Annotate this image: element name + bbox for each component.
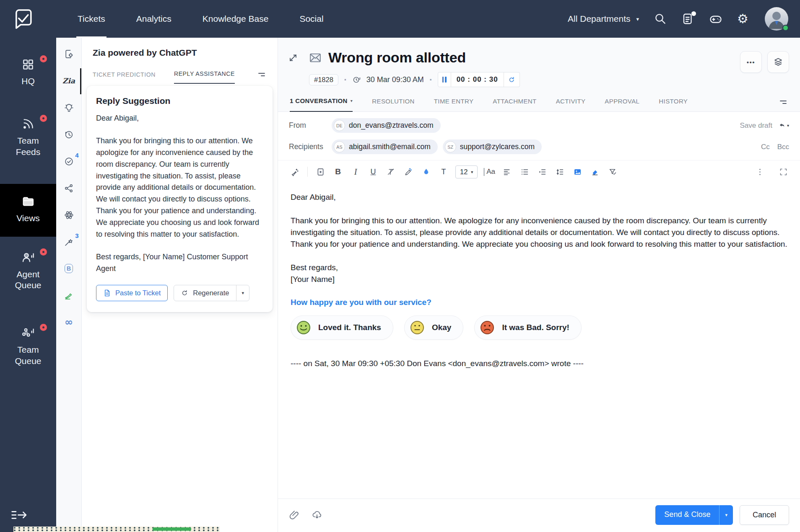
ticket-title: Wrong room allotted [328,49,466,66]
nav-tab-tickets[interactable]: Tickets [62,0,121,38]
eyedropper-icon[interactable] [401,164,416,179]
sidebar-item-agent-queue[interactable]: Agent Queue [0,245,56,297]
tabs-collapse-icon[interactable] [778,97,788,107]
bold-button[interactable]: B [330,164,345,179]
italic-button[interactable]: I [348,164,363,179]
tasks-check-icon[interactable]: 4 [64,156,74,167]
timer-pause-button[interactable] [438,72,451,87]
magic-wand-icon[interactable]: 3 [64,236,74,247]
nav-tab-knowledge-base[interactable]: Knowledge Base [187,0,284,38]
recipient-chip[interactable]: AS abigail.smith@email.com [332,139,438,154]
indent-icon[interactable] [535,164,550,179]
recipient-chip[interactable]: SZ support@zylcares.com [443,139,542,154]
align-icon[interactable] [499,164,514,179]
cancel-button[interactable]: Cancel [740,505,789,525]
settings-gear-icon[interactable]: ⚙ [737,13,750,25]
regenerate-button-group: Regenerate ▾ [174,285,249,301]
tab-conversation[interactable]: 1 CONVERSATION ▾ [290,97,353,112]
left-sidebar: HQ Team Feeds Views [0,38,56,532]
font-family-button[interactable]: Aa [482,164,497,179]
eraser-icon[interactable] [587,164,603,179]
avatar-initials: AS [334,141,345,152]
from-address-chip[interactable]: DE don_evans@ztravels.com [332,118,441,133]
chevron-down-icon: ▾ [636,16,639,22]
survey-option-okay[interactable]: Okay [404,315,463,340]
send-close-button-group: Send & Close ▾ [655,505,733,525]
attachment-paperclip-icon[interactable] [289,510,300,521]
timer-reset-button[interactable] [504,72,520,87]
sad-face-icon [479,319,496,336]
line-spacing-icon[interactable] [552,164,567,179]
sidebar-expand-icon[interactable] [11,509,28,521]
notifications-icon[interactable] [682,13,694,25]
automation-atom-icon[interactable] [64,209,74,220]
share-graph-icon[interactable] [64,183,74,194]
tab-ticket-prediction[interactable]: TICKET PREDICTION [93,71,156,84]
font-size-select[interactable]: 12 ▾ [455,165,478,178]
ticket-timer: 00 : 00 : 30 [438,72,520,87]
sign-pen-icon[interactable] [64,290,74,301]
survey-question-link[interactable]: How happy are you with our service? [291,298,787,307]
bigin-app-icon[interactable]: B [65,263,73,274]
history-icon[interactable] [64,129,74,140]
tab-attachment[interactable]: ATTACHMENT [493,98,536,111]
suggestions-bulb-icon[interactable] [64,102,74,113]
nav-tab-social[interactable]: Social [284,0,339,38]
more-options-button[interactable]: ••• [740,51,762,73]
tab-reply-assistance[interactable]: REPLY ASSISTANCE [174,70,235,84]
cloud-attach-icon[interactable] [312,510,322,521]
user-avatar[interactable] [765,7,788,31]
send-options-caret[interactable]: ▾ [719,505,733,525]
layers-button[interactable] [767,51,789,73]
tab-time-entry[interactable]: TIME ENTRY [434,98,474,111]
expand-editor-icon[interactable] [776,164,791,179]
sidebar-item-team-feeds[interactable]: Team Feeds [0,111,56,164]
insert-image-icon[interactable] [570,164,585,179]
reply-mode-icon[interactable]: ▾ [779,121,789,131]
zia-assistant-icon[interactable]: Zia [62,75,75,86]
ticket-properties-icon[interactable] [64,49,74,59]
tab-approval[interactable]: APPROVAL [605,98,639,111]
clear-format-icon[interactable] [383,164,398,179]
paste-to-ticket-button[interactable]: Paste to Ticket [96,285,168,301]
app-logo-icon[interactable] [11,7,34,31]
collapse-view-icon[interactable] [288,53,298,63]
zia-panel-title: Zia powered by ChatGPT [82,38,278,61]
bullet-list-icon[interactable] [517,164,532,179]
sidebar-item-label: HQ [21,76,35,87]
more-tools-icon[interactable] [752,164,767,179]
recipients-label: Recipients [289,142,332,151]
notification-badge [40,324,47,331]
panel-collapse-icon[interactable] [257,70,267,80]
tab-activity[interactable]: ACTIVITY [556,98,586,111]
fill-color-icon[interactable] [418,164,434,179]
text-style-button[interactable]: T [436,164,451,179]
nav-tab-analytics[interactable]: Analytics [121,0,187,38]
insert-template-icon[interactable] [313,164,328,179]
survey-option-bad[interactable]: It was Bad. Sorry! [474,315,582,340]
regenerate-options-caret[interactable]: ▾ [236,285,249,301]
tab-history[interactable]: HISTORY [659,98,688,111]
department-selector[interactable]: All Departments ▾ [568,14,639,24]
linked-apps-icon[interactable]: ∞ [65,317,73,328]
zia-tabs: TICKET PREDICTION REPLY ASSISTANCE [82,61,278,84]
filter-format-icon[interactable] [605,164,620,179]
bcc-button[interactable]: Bcc [777,143,789,151]
tab-resolution[interactable]: RESOLUTION [372,98,415,111]
sidebar-item-hq[interactable]: HQ [0,52,56,93]
survey-option-happy[interactable]: Loved it. Thanks [291,315,393,340]
email-signature: [Your Name] [291,274,787,285]
search-icon[interactable] [654,13,667,25]
regenerate-button[interactable]: Regenerate [174,285,236,301]
ticket-detail-main: Wrong room allotted #1828 · 30 Mar 09:30… [278,38,800,532]
send-close-button[interactable]: Send & Close [655,505,719,525]
email-closing: Best regards, [291,262,787,274]
email-body-editor[interactable]: Dear Abigail, Thank you for bringing thi… [278,183,800,285]
gamescope-icon[interactable] [709,13,722,25]
sidebar-item-team-queue[interactable]: Team Queue [0,320,56,373]
zia-write-icon[interactable] [287,164,302,179]
underline-button[interactable]: U [366,164,381,179]
cc-button[interactable]: Cc [761,143,770,151]
save-draft-button[interactable]: Save draft [740,121,773,130]
sidebar-item-views[interactable]: Views [0,184,56,237]
